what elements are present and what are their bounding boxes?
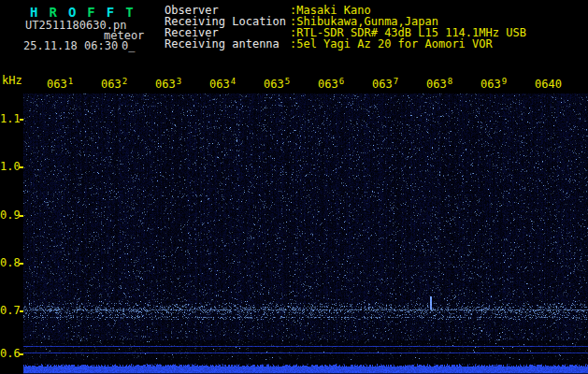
time-tick-label: 0636	[318, 78, 344, 91]
time-tick-label: 0637	[372, 78, 398, 91]
logo-letter: F	[87, 5, 94, 20]
freq-tick-label: 1.1	[0, 112, 18, 125]
meta-label: Receiving antenna	[165, 38, 290, 50]
datetime-text: 25.11.18 06:30	[23, 39, 118, 52]
freq-tick-label: 0.9	[0, 209, 18, 222]
y-axis-unit-label: kHz	[2, 74, 22, 87]
freq-tick-label: 0.8	[0, 256, 18, 269]
logo-letter: F	[107, 5, 114, 20]
logo-letter: T	[125, 5, 133, 20]
freq-tick-label: 0.7	[0, 304, 18, 317]
freq-tick-label: 1.0	[0, 160, 18, 173]
time-tick-label: 0634	[209, 78, 236, 91]
app-logo: HROFFT	[30, 5, 145, 20]
time-tick-label: 0638	[426, 78, 452, 91]
time-tick-label: 0639	[480, 78, 507, 91]
time-tick-label: 0635	[264, 78, 290, 91]
meta-row: Receiving antenna:5el Yagi Az 20 for Aom…	[165, 38, 526, 50]
time-tick-label: 0632	[101, 78, 127, 91]
observation-meta: Observer:Masaki KanoReceiving Location:S…	[165, 5, 526, 50]
logo-letter: O	[68, 5, 76, 20]
logo-letter: H	[30, 5, 37, 20]
time-tick-label: 0633	[155, 78, 181, 91]
freq-tick-label: 0.6	[0, 347, 18, 360]
time-tick-label: 0640	[535, 78, 562, 91]
time-tick-label: 0631	[47, 78, 73, 91]
spectrogram-canvas	[23, 94, 588, 374]
status-counter: 0_	[122, 39, 135, 52]
meta-value: :5el Yagi Az 20 for Aomori VOR	[290, 38, 493, 50]
hrofft-screen: HROFFT UT2511180630.pn meteor 25.11.18 0…	[0, 0, 588, 374]
logo-letter: R	[49, 5, 56, 20]
